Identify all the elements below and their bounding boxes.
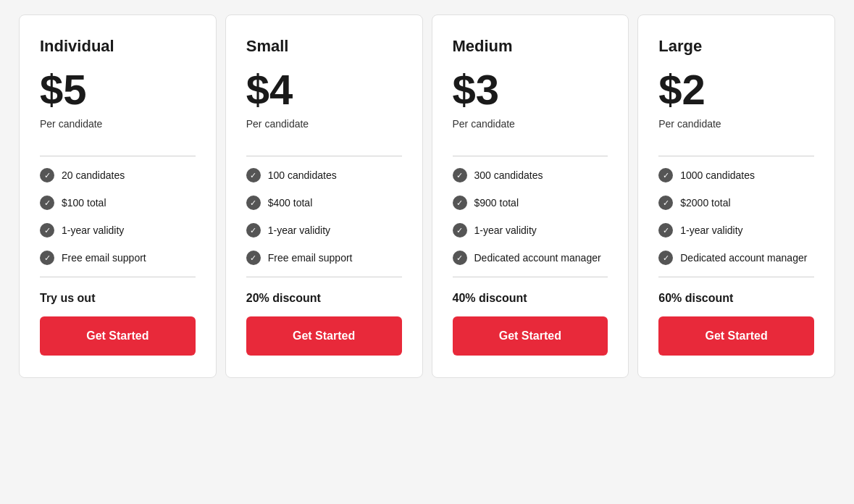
feature-item: ✓ $100 total (40, 196, 196, 210)
pricing-card-medium: Medium $3 Per candidate ✓ 300 candidates… (432, 14, 629, 378)
get-started-button[interactable]: Get Started (658, 316, 814, 356)
feature-text: $900 total (474, 197, 519, 209)
feature-text: $2000 total (680, 197, 730, 209)
check-icon: ✓ (453, 223, 467, 238)
feature-item: ✓ 1-year validity (658, 223, 814, 238)
check-icon: ✓ (40, 223, 54, 238)
plan-price: $4 (246, 69, 402, 111)
per-candidate-label: Per candidate (453, 118, 608, 130)
pricing-card-large: Large $2 Per candidate ✓ 1000 candidates… (637, 14, 835, 378)
get-started-button[interactable]: Get Started (246, 316, 402, 356)
features-list: ✓ 20 candidates ✓ $100 total ✓ 1-year va… (40, 168, 196, 265)
feature-text: Free email support (62, 252, 146, 264)
plan-name: Small (246, 37, 402, 56)
feature-item: ✓ 1-year validity (246, 223, 402, 238)
feature-item: ✓ Dedicated account manager (453, 251, 608, 265)
feature-text: 1-year validity (680, 224, 742, 236)
pricing-card-small: Small $4 Per candidate ✓ 100 candidates … (225, 14, 423, 378)
check-icon: ✓ (658, 251, 673, 265)
get-started-button[interactable]: Get Started (40, 316, 196, 356)
get-started-button[interactable]: Get Started (453, 316, 608, 356)
feature-text: Dedicated account manager (474, 252, 601, 264)
check-icon: ✓ (658, 168, 673, 182)
divider-bottom (453, 277, 608, 277)
check-icon: ✓ (453, 168, 467, 182)
check-icon: ✓ (453, 251, 467, 265)
check-icon: ✓ (246, 223, 261, 238)
feature-text: Free email support (268, 252, 353, 264)
features-list: ✓ 100 candidates ✓ $400 total ✓ 1-year v… (246, 168, 402, 265)
feature-text: Dedicated account manager (680, 252, 807, 264)
pricing-container: Individual $5 Per candidate ✓ 20 candida… (7, 7, 847, 385)
feature-item: ✓ Free email support (246, 251, 402, 265)
feature-text: 1-year validity (474, 224, 537, 236)
feature-item: ✓ Free email support (40, 251, 196, 265)
feature-item: ✓ $900 total (453, 196, 608, 210)
feature-text: $100 total (62, 197, 106, 209)
check-icon: ✓ (246, 196, 261, 210)
plan-name: Medium (453, 37, 608, 56)
discount-label: Try us out (40, 292, 196, 305)
plan-name: Large (658, 37, 814, 56)
divider-bottom (246, 277, 402, 277)
check-icon: ✓ (658, 223, 673, 238)
per-candidate-label: Per candidate (658, 118, 814, 130)
discount-label: 40% discount (453, 292, 608, 305)
feature-text: 1-year validity (268, 224, 330, 236)
feature-item: ✓ 100 candidates (246, 168, 402, 182)
check-icon: ✓ (40, 196, 54, 210)
discount-label: 60% discount (658, 292, 814, 305)
check-icon: ✓ (246, 168, 261, 182)
discount-label: 20% discount (246, 292, 402, 305)
divider-bottom (40, 277, 196, 277)
feature-text: 20 candidates (62, 169, 125, 181)
divider-bottom (658, 277, 814, 277)
feature-item: ✓ $400 total (246, 196, 402, 210)
check-icon: ✓ (658, 196, 673, 210)
features-list: ✓ 300 candidates ✓ $900 total ✓ 1-year v… (453, 168, 608, 265)
plan-price: $2 (658, 69, 814, 111)
feature-text: 300 candidates (474, 169, 543, 181)
feature-item: ✓ 1-year validity (453, 223, 608, 238)
per-candidate-label: Per candidate (246, 118, 402, 130)
features-list: ✓ 1000 candidates ✓ $2000 total ✓ 1-year… (658, 168, 814, 265)
per-candidate-label: Per candidate (40, 118, 196, 130)
feature-text: 1-year validity (62, 224, 124, 236)
feature-item: ✓ Dedicated account manager (658, 251, 814, 265)
divider-top (40, 156, 196, 156)
feature-item: ✓ $2000 total (658, 196, 814, 210)
plan-price: $3 (453, 69, 608, 111)
feature-item: ✓ 1000 candidates (658, 168, 814, 182)
divider-top (246, 156, 402, 156)
feature-item: ✓ 20 candidates (40, 168, 196, 182)
check-icon: ✓ (40, 251, 54, 265)
pricing-card-individual: Individual $5 Per candidate ✓ 20 candida… (19, 14, 217, 378)
check-icon: ✓ (40, 168, 54, 182)
divider-top (658, 156, 814, 156)
check-icon: ✓ (453, 196, 467, 210)
plan-name: Individual (40, 37, 196, 56)
feature-text: $400 total (268, 197, 313, 209)
feature-item: ✓ 1-year validity (40, 223, 196, 238)
check-icon: ✓ (246, 251, 261, 265)
feature-text: 100 candidates (268, 169, 337, 181)
divider-top (453, 156, 608, 156)
feature-item: ✓ 300 candidates (453, 168, 608, 182)
feature-text: 1000 candidates (680, 169, 755, 181)
plan-price: $5 (40, 69, 196, 111)
